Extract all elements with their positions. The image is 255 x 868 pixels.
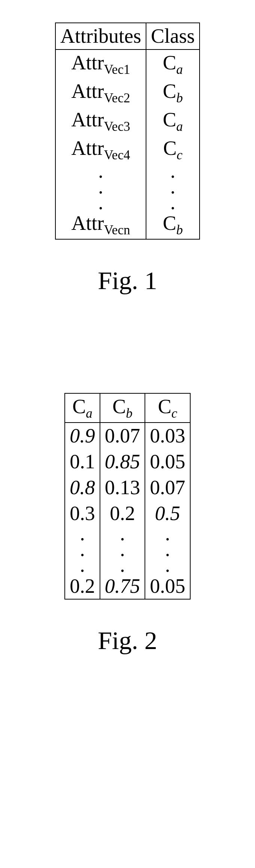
col-header-cb: Cb bbox=[100, 393, 145, 423]
prob-cell: 0.85 bbox=[100, 449, 145, 475]
attr-cell: AttrVec2 bbox=[55, 78, 146, 107]
ellipsis-row: .. bbox=[55, 195, 200, 211]
attr-cell: AttrVec1 bbox=[55, 49, 146, 78]
ellipsis-row: .. bbox=[55, 179, 200, 195]
prob-cell: 0.1 bbox=[65, 449, 100, 475]
fig1-caption: Fig. 1 bbox=[98, 266, 157, 295]
figure-2: Ca Cb Cc 0.9 0.07 0.03 0.1 0.85 0.05 0.8… bbox=[64, 393, 191, 655]
prob-cell: 0.03 bbox=[145, 423, 190, 449]
attr-cell: AttrVec3 bbox=[55, 107, 146, 135]
table-row: AttrVec3 Ca bbox=[55, 107, 200, 135]
class-cell: Cb bbox=[146, 78, 200, 107]
prob-cell: 0.9 bbox=[65, 423, 100, 449]
col-header-class: Class bbox=[146, 23, 200, 49]
col-header-ca: Ca bbox=[65, 393, 100, 423]
prob-cell: 0.07 bbox=[100, 423, 145, 449]
fig2-table: Ca Cb Cc 0.9 0.07 0.03 0.1 0.85 0.05 0.8… bbox=[64, 393, 191, 600]
ellipsis-row: ... bbox=[65, 558, 190, 573]
table-row: 0.2 0.75 0.05 bbox=[65, 573, 190, 600]
table-row: 0.9 0.07 0.03 bbox=[65, 423, 190, 449]
fig1-table: Attributes Class AttrVec1 Ca AttrVec2 Cb… bbox=[55, 22, 200, 240]
attr-cell: AttrVecn bbox=[55, 210, 146, 239]
figure-1: Attributes Class AttrVec1 Ca AttrVec2 Cb… bbox=[55, 22, 200, 295]
prob-cell: 0.2 bbox=[65, 573, 100, 600]
table-row: AttrVecn Cb bbox=[55, 210, 200, 239]
prob-cell: 0.05 bbox=[145, 449, 190, 475]
table-row: 0.1 0.85 0.05 bbox=[65, 449, 190, 475]
class-cell: Ca bbox=[146, 107, 200, 135]
col-header-cc: Cc bbox=[145, 393, 190, 423]
prob-cell: 0.8 bbox=[65, 475, 100, 501]
prob-cell: 0.13 bbox=[100, 475, 145, 501]
fig2-caption: Fig. 2 bbox=[98, 626, 157, 655]
table-row: AttrVec4 Cc bbox=[55, 135, 200, 164]
class-cell: Cb bbox=[146, 210, 200, 239]
table-row: 0.8 0.13 0.07 bbox=[65, 475, 190, 501]
class-cell: Cc bbox=[146, 135, 200, 164]
ellipsis-row: .. bbox=[55, 163, 200, 179]
attr-cell: AttrVec4 bbox=[55, 135, 146, 164]
col-header-attributes: Attributes bbox=[55, 23, 146, 49]
class-cell: Ca bbox=[146, 49, 200, 78]
prob-cell: 0.07 bbox=[145, 475, 190, 501]
table-header-row: Ca Cb Cc bbox=[65, 393, 190, 423]
prob-cell: 0.05 bbox=[145, 573, 190, 600]
prob-cell: 0.75 bbox=[100, 573, 145, 600]
table-row: AttrVec1 Ca bbox=[55, 49, 200, 78]
table-header-row: Attributes Class bbox=[55, 23, 200, 49]
table-row: AttrVec2 Cb bbox=[55, 78, 200, 107]
